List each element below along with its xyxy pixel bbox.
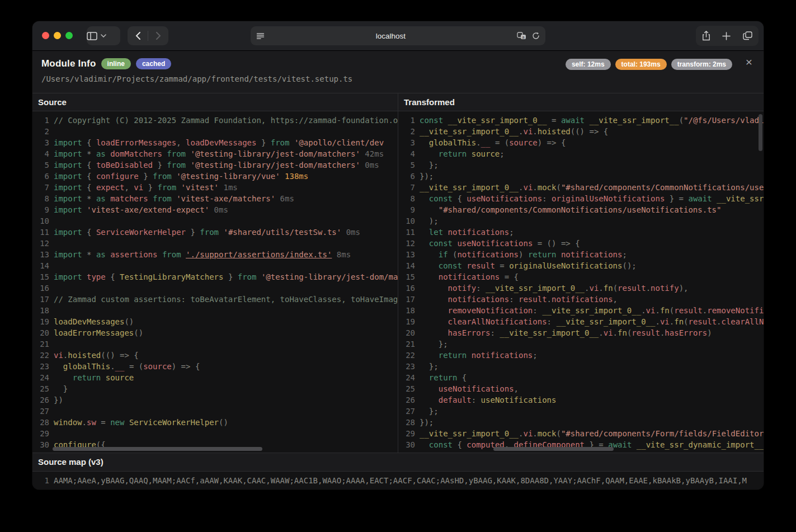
window-close-button[interactable] xyxy=(42,32,49,39)
source-panel: Source 1// Copyright (C) 2012-2025 Zamma… xyxy=(32,93,398,453)
back-button[interactable] xyxy=(128,26,148,45)
source-code-view: 1// Copyright (C) 2012-2025 Zammad Found… xyxy=(32,111,398,453)
browser-toolbar: localhost a xyxy=(32,21,764,51)
line-number: 2 xyxy=(398,126,420,137)
module-link[interactable]: './support/assertions/index.ts' xyxy=(186,250,332,259)
sourcemap-section: Source map (v3) 1 AAMA;AAeA,yBAAG,QAAQ,M… xyxy=(32,453,764,489)
line-number: 3 xyxy=(32,137,54,148)
chevron-right-icon xyxy=(156,32,161,40)
reload-icon[interactable] xyxy=(532,32,540,40)
line-number: 17 xyxy=(32,294,54,305)
code-line: 3import { loadErrorMessages, loadDevMess… xyxy=(32,137,398,148)
svg-text:a: a xyxy=(522,35,525,39)
code-line: 4import * as domMatchers from '@testing-… xyxy=(32,148,398,159)
line-number: 1 xyxy=(32,115,54,126)
vertical-scrollbar[interactable] xyxy=(759,114,762,151)
code-line: 1const __vite_ssr_import_0__ = await __v… xyxy=(398,115,764,126)
transformed-panel-title: Transformed xyxy=(398,93,764,111)
code-panels: Source 1// Copyright (C) 2012-2025 Zamma… xyxy=(32,93,764,453)
sidebar-menu-button[interactable] xyxy=(101,34,106,37)
reader-icon[interactable] xyxy=(256,32,265,40)
share-button[interactable] xyxy=(702,31,710,41)
code-line: 28}); xyxy=(398,417,764,428)
tab-overview-button[interactable] xyxy=(743,31,752,40)
traffic-lights xyxy=(42,32,73,39)
code-line: 2__vite_ssr_import_0__.vi.hoisted(() => … xyxy=(398,126,764,137)
badge-inline: inline xyxy=(101,58,131,69)
line-number: 4 xyxy=(32,148,54,159)
code-line: 1// Copyright (C) 2012-2025 Zammad Found… xyxy=(32,115,398,126)
timing-badges: self: 12ms total: 193ms transform: 2ms xyxy=(566,59,732,70)
line-number: 27 xyxy=(32,406,54,417)
code-line: 29 xyxy=(32,428,398,439)
line-number: 28 xyxy=(32,417,54,428)
line-number: 9 xyxy=(398,204,420,215)
code-line: 19 clearAllNotifications: __vite_ssr_imp… xyxy=(398,316,764,327)
code-line: 20loadErrorMessages() xyxy=(32,327,398,338)
tabs-icon xyxy=(743,31,752,40)
code-line: 21 xyxy=(32,338,398,350)
code-line: 22 return notifications; xyxy=(398,350,764,361)
code-line: 3 globalThis.__ = (source) => { xyxy=(398,137,764,148)
new-tab-button[interactable] xyxy=(722,32,731,40)
code-line: 6import { configure } from '@testing-lib… xyxy=(32,171,398,182)
line-number: 6 xyxy=(32,171,54,182)
forward-button[interactable] xyxy=(148,26,168,45)
code-line: 29__vite_ssr_import_0__.vi.mock("#shared… xyxy=(398,428,764,439)
line-number: 7 xyxy=(32,182,54,193)
chevron-left-icon xyxy=(135,32,140,40)
line-number: 5 xyxy=(398,159,420,171)
line-number: 30 xyxy=(32,439,54,450)
line-number: 25 xyxy=(32,383,54,394)
code-line: 17// Zammad custom assertions: toBeAvata… xyxy=(32,294,398,305)
line-number: 26 xyxy=(32,394,54,406)
line-number: 13 xyxy=(398,249,420,260)
sidebar-icon xyxy=(87,32,97,40)
code-line: 13import * as assertions from './support… xyxy=(32,249,398,260)
line-number: 17 xyxy=(398,294,420,305)
code-line: 10 ); xyxy=(398,215,764,227)
code-line: 23 }; xyxy=(398,361,764,372)
code-line: 18 removeNotification: __vite_ssr_import… xyxy=(398,305,764,316)
sourcemap-mappings: AAMA;AAeA,yBAAG,QAAQ,MAAM;AACf,aAAW,KAAK… xyxy=(54,476,747,485)
sidebar-toggle-button[interactable] xyxy=(87,32,97,40)
sourcemap-body: 1 AAMA;AAeA,yBAAG,QAAQ,MAAM;AACf,aAAW,KA… xyxy=(32,472,764,489)
code-line: 13 if (notifications) return notificatio… xyxy=(398,249,764,260)
code-line: 16 xyxy=(32,283,398,294)
code-line: 14 xyxy=(32,260,398,271)
code-line: 24 return source xyxy=(32,372,398,383)
code-line: 2 xyxy=(32,126,398,137)
horizontal-scrollbar[interactable] xyxy=(493,447,614,451)
line-number: 12 xyxy=(398,238,420,249)
close-button[interactable]: × xyxy=(742,55,756,68)
code-line: 25 } xyxy=(32,383,398,394)
horizontal-scrollbar[interactable] xyxy=(53,447,262,451)
badge-total-time: total: 193ms xyxy=(615,59,667,70)
desktop-background: localhost a xyxy=(0,0,796,532)
window-minimize-button[interactable] xyxy=(54,32,61,39)
line-number: 14 xyxy=(398,260,420,271)
code-line: 23 globalThis.__ = (source) => { xyxy=(32,361,398,372)
module-path: /Users/vladimir/Projects/zammad/app/fron… xyxy=(41,74,755,83)
translate-icon[interactable]: a xyxy=(517,32,526,40)
code-line: 8import * as matchers from 'vitest-axe/m… xyxy=(32,193,398,204)
code-line: 24 return { xyxy=(398,372,764,383)
window-zoom-button[interactable] xyxy=(65,32,73,39)
code-line: 21 }; xyxy=(398,338,764,350)
address-bar[interactable]: localhost a xyxy=(251,26,545,45)
code-line: 17 notifications: result.notifications, xyxy=(398,294,764,305)
line-number: 30 xyxy=(398,439,420,450)
code-line: 9import 'vitest-axe/extend-expect' 0ms xyxy=(32,204,398,215)
code-line: 11 let notifications; xyxy=(398,227,764,238)
line-number: 24 xyxy=(398,372,420,383)
code-line: 26 default: useNotifications xyxy=(398,394,764,406)
badge-transform-time: transform: 2ms xyxy=(671,59,732,70)
code-line: 11import { ServiceWorkerHelper } from '#… xyxy=(32,227,398,238)
chevron-down-icon xyxy=(101,34,106,37)
line-number: 29 xyxy=(398,428,420,439)
code-line: 20 hasErrors: __vite_ssr_import_0__.vi.f… xyxy=(398,327,764,338)
code-line: 18 xyxy=(32,305,398,316)
line-number: 12 xyxy=(32,238,54,249)
line-number: 3 xyxy=(398,137,420,148)
plus-icon xyxy=(722,32,731,40)
